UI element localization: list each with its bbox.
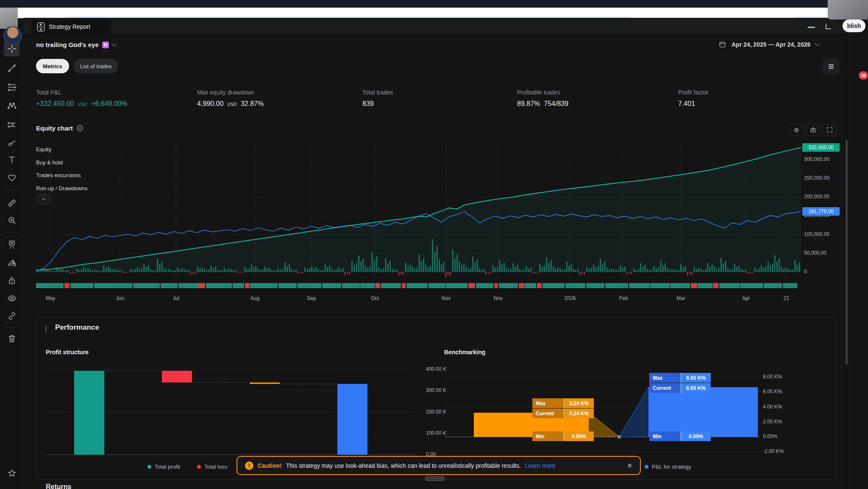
win-segment	[36, 283, 64, 288]
equity-x-tick: Sep	[307, 295, 316, 301]
text-tool-icon[interactable]	[4, 152, 19, 167]
strategy-current-label: Current6.65 K%	[649, 383, 711, 393]
equity-x-tick: Nov	[494, 295, 503, 301]
loss-segment	[691, 283, 697, 288]
hide-drawings-icon[interactable]	[4, 290, 19, 306]
lock-all-icon[interactable]	[4, 272, 19, 288]
window-restore-button[interactable]	[826, 24, 831, 29]
chart-snapshot-button[interactable]	[806, 124, 820, 136]
tab-metrics[interactable]: Metrics	[36, 59, 69, 73]
benchmarking-y-tick: 6.00 K%	[763, 389, 782, 395]
win-segment	[670, 283, 690, 288]
profit-structure-y-tick: 300.00 K	[426, 387, 446, 393]
loss-segment	[494, 283, 498, 288]
loss-segment	[713, 283, 718, 288]
loss-segment	[64, 283, 70, 288]
help-circle-icon[interactable]: ?	[76, 125, 83, 132]
legend-total-profit[interactable]: Total profit	[147, 464, 180, 470]
loss-segment	[537, 283, 542, 288]
panel-resize-handle[interactable]	[425, 476, 445, 481]
stat-value: 89.87%754/839	[517, 100, 568, 108]
stat-label: Profit factor	[678, 89, 709, 96]
win-segment	[428, 283, 445, 288]
chart-settings-button[interactable]: ⚙	[789, 124, 804, 136]
browser-toolbar	[0, 8, 868, 18]
profit-structure-y-tick: 100.00 K	[426, 430, 446, 436]
drawing-mode-lock-icon[interactable]	[4, 254, 19, 270]
tab-list-of-trades[interactable]: List of trades	[73, 59, 118, 73]
performance-collapse-chevron[interactable]	[46, 325, 46, 333]
equity-y-tick: 250,000.00	[804, 175, 829, 181]
legend-total-loss[interactable]: Total loss	[197, 464, 227, 470]
window-tab-title: Strategy Report	[49, 23, 90, 30]
equity-x-tick: Oct	[371, 295, 379, 301]
loss-segment	[519, 283, 524, 288]
benchmarking-y-tick: 4.00 K%	[763, 404, 782, 410]
equity-price-badge: 161,770.00	[802, 207, 840, 216]
strategy-min-label: Min0.00%	[649, 431, 711, 441]
magnet-icon[interactable]	[4, 236, 19, 252]
win-segment	[542, 283, 565, 288]
trend-line-icon[interactable]	[4, 60, 19, 76]
loss-segment	[245, 283, 250, 288]
equity-price-badge: 332,450.00	[802, 143, 840, 152]
win-segment	[586, 283, 604, 288]
publish-button[interactable]: blish	[843, 19, 865, 32]
benchmarking-plot[interactable]	[444, 371, 766, 462]
profit-structure-plot[interactable]	[47, 368, 428, 459]
long-position-icon[interactable]	[4, 117, 19, 133]
win-segment	[298, 283, 321, 288]
buyhold-min-label: Min0.00%	[532, 431, 594, 441]
equity-x-tick: Feb	[619, 295, 628, 301]
stat-profitable-trades: Profitable trades89.87%754/839	[517, 89, 568, 108]
sync-drawings-icon[interactable]	[4, 308, 19, 324]
caution-text: This strategy may use look-ahead bias, w…	[286, 462, 521, 469]
user-avatar[interactable]	[3, 26, 22, 45]
win-segment	[94, 283, 132, 288]
loss-segment	[376, 283, 380, 288]
loss-segment	[402, 283, 406, 288]
chart-fullscreen-button[interactable]	[822, 124, 837, 136]
date-range-chevron-icon	[815, 41, 820, 46]
learn-more-link[interactable]: Learn more	[525, 462, 556, 469]
returns-section-title: Returns	[46, 483, 71, 489]
strategy-name-label: no trailing God's eye	[36, 41, 99, 48]
floating-overlay	[828, 0, 868, 19]
benchmarking-y-tick: 2.00 K%	[763, 419, 782, 425]
win-segment	[381, 283, 401, 288]
drawing-toolbar	[0, 29, 23, 489]
strategy-name[interactable]: no trailing God's eye	[36, 41, 116, 48]
stat-profit-factor: Profit factor7.401	[678, 89, 709, 108]
equity-y-tick: 50,000.00	[804, 250, 826, 256]
equity-x-tick: May	[46, 295, 56, 301]
date-range-selector[interactable]: Apr 24, 2025 — Apr 24, 2026	[718, 40, 819, 48]
equity-x-tick: 2026	[565, 295, 576, 301]
emoji-heart-icon[interactable]	[4, 170, 19, 186]
stat-value: 4,990.00USD32.87%	[197, 100, 264, 108]
favorites-star-icon[interactable]	[4, 465, 19, 481]
stat-label: Total P&L	[36, 89, 128, 96]
caution-banner: ! Caution! This strategy may use look-ah…	[236, 456, 641, 475]
xabcd-pattern-icon[interactable]	[4, 98, 19, 114]
win-segment	[322, 283, 341, 288]
caution-close-icon[interactable]: ✕	[627, 462, 632, 470]
vertical-scrollbar[interactable]	[846, 140, 848, 364]
win-segment	[565, 283, 585, 288]
zoom-in-icon[interactable]	[4, 212, 19, 228]
report-layout-button[interactable]	[823, 58, 840, 75]
win-segment	[342, 283, 360, 288]
legend-p-l-for-strategy[interactable]: P&L for strategy	[645, 464, 691, 470]
window-minimize-button[interactable]	[808, 27, 815, 28]
remove-objects-icon[interactable]	[4, 331, 19, 346]
strategy-chevron-down-icon	[111, 41, 117, 47]
strategy-max-label: Max6.65 K%	[649, 373, 711, 383]
performance-title: Performance	[55, 323, 99, 332]
brush-icon[interactable]	[4, 135, 19, 150]
fib-retracement-icon[interactable]	[4, 79, 19, 95]
ruler-icon[interactable]	[4, 195, 19, 211]
win-segment	[161, 283, 178, 288]
stat-value: 839	[362, 100, 393, 108]
equity-x-tick: Aug	[250, 295, 259, 301]
strategy-report-tab[interactable]: Strategy Report	[32, 19, 111, 34]
equity-chart-plot[interactable]	[36, 142, 801, 283]
